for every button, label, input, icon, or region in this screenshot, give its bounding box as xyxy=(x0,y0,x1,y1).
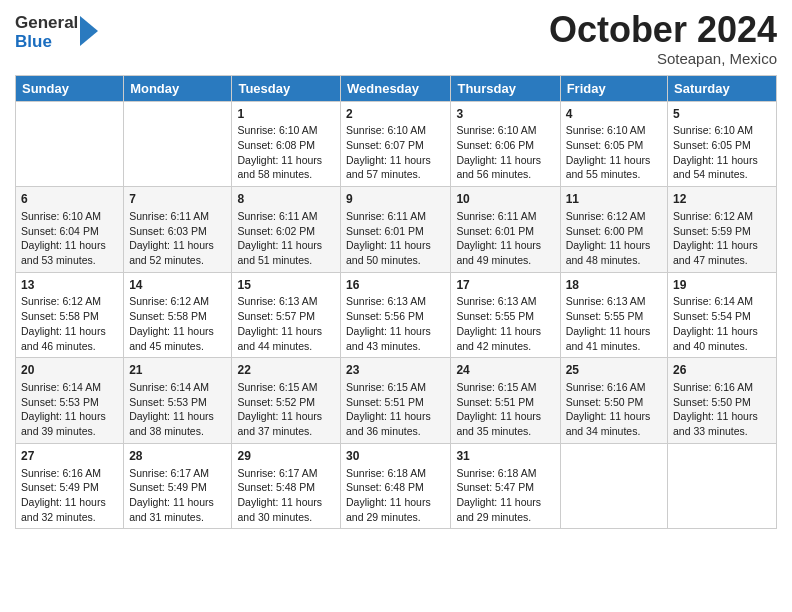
day-number: 1 xyxy=(237,106,335,123)
day-number: 2 xyxy=(346,106,445,123)
calendar-week-3: 13Sunrise: 6:12 AMSunset: 5:58 PMDayligh… xyxy=(16,272,777,358)
sunrise-text: Sunrise: 6:14 AM xyxy=(21,381,101,393)
sunset-text: Sunset: 5:55 PM xyxy=(456,310,534,322)
sunset-text: Sunset: 5:56 PM xyxy=(346,310,424,322)
calendar-cell: 5Sunrise: 6:10 AMSunset: 6:05 PMDaylight… xyxy=(668,101,777,187)
day-number: 30 xyxy=(346,448,445,465)
sunset-text: Sunset: 5:50 PM xyxy=(673,396,751,408)
day-number: 24 xyxy=(456,362,554,379)
sunrise-text: Sunrise: 6:18 AM xyxy=(456,467,536,479)
calendar-cell: 7Sunrise: 6:11 AMSunset: 6:03 PMDaylight… xyxy=(124,187,232,273)
daylight-text: Daylight: 11 hours and 57 minutes. xyxy=(346,154,431,181)
sunrise-text: Sunrise: 6:13 AM xyxy=(566,295,646,307)
calendar-cell: 13Sunrise: 6:12 AMSunset: 5:58 PMDayligh… xyxy=(16,272,124,358)
daylight-text: Daylight: 11 hours and 54 minutes. xyxy=(673,154,758,181)
weekday-header-monday: Monday xyxy=(124,75,232,101)
sunset-text: Sunset: 6:08 PM xyxy=(237,139,315,151)
calendar-cell: 9Sunrise: 6:11 AMSunset: 6:01 PMDaylight… xyxy=(341,187,451,273)
sunset-text: Sunset: 6:01 PM xyxy=(456,225,534,237)
sunset-text: Sunset: 5:54 PM xyxy=(673,310,751,322)
calendar-cell: 29Sunrise: 6:17 AMSunset: 5:48 PMDayligh… xyxy=(232,443,341,529)
calendar-cell: 22Sunrise: 6:15 AMSunset: 5:52 PMDayligh… xyxy=(232,358,341,444)
daylight-text: Daylight: 11 hours and 35 minutes. xyxy=(456,410,541,437)
sunrise-text: Sunrise: 6:11 AM xyxy=(237,210,317,222)
calendar-cell: 11Sunrise: 6:12 AMSunset: 6:00 PMDayligh… xyxy=(560,187,667,273)
calendar-body: 1Sunrise: 6:10 AMSunset: 6:08 PMDaylight… xyxy=(16,101,777,529)
day-number: 25 xyxy=(566,362,662,379)
day-number: 14 xyxy=(129,277,226,294)
day-number: 11 xyxy=(566,191,662,208)
day-number: 3 xyxy=(456,106,554,123)
daylight-text: Daylight: 11 hours and 42 minutes. xyxy=(456,325,541,352)
day-number: 7 xyxy=(129,191,226,208)
sunset-text: Sunset: 6:07 PM xyxy=(346,139,424,151)
sunrise-text: Sunrise: 6:12 AM xyxy=(673,210,753,222)
logo: General Blue xyxy=(15,14,98,51)
sunset-text: Sunset: 5:53 PM xyxy=(21,396,99,408)
sunset-text: Sunset: 6:02 PM xyxy=(237,225,315,237)
sunrise-text: Sunrise: 6:14 AM xyxy=(129,381,209,393)
daylight-text: Daylight: 11 hours and 39 minutes. xyxy=(21,410,106,437)
sunrise-text: Sunrise: 6:12 AM xyxy=(129,295,209,307)
weekday-header-saturday: Saturday xyxy=(668,75,777,101)
month-title: October 2024 xyxy=(549,10,777,50)
calendar-cell: 15Sunrise: 6:13 AMSunset: 5:57 PMDayligh… xyxy=(232,272,341,358)
daylight-text: Daylight: 11 hours and 33 minutes. xyxy=(673,410,758,437)
sunrise-text: Sunrise: 6:15 AM xyxy=(237,381,317,393)
daylight-text: Daylight: 11 hours and 32 minutes. xyxy=(21,496,106,523)
sunset-text: Sunset: 5:52 PM xyxy=(237,396,315,408)
calendar-cell: 17Sunrise: 6:13 AMSunset: 5:55 PMDayligh… xyxy=(451,272,560,358)
day-number: 22 xyxy=(237,362,335,379)
sunrise-text: Sunrise: 6:11 AM xyxy=(346,210,426,222)
calendar-cell xyxy=(16,101,124,187)
sunset-text: Sunset: 5:48 PM xyxy=(237,481,315,493)
daylight-text: Daylight: 11 hours and 41 minutes. xyxy=(566,325,651,352)
daylight-text: Daylight: 11 hours and 29 minutes. xyxy=(456,496,541,523)
calendar-cell: 25Sunrise: 6:16 AMSunset: 5:50 PMDayligh… xyxy=(560,358,667,444)
calendar-cell xyxy=(560,443,667,529)
daylight-text: Daylight: 11 hours and 48 minutes. xyxy=(566,239,651,266)
sunset-text: Sunset: 6:03 PM xyxy=(129,225,207,237)
sunrise-text: Sunrise: 6:10 AM xyxy=(566,124,646,136)
sunrise-text: Sunrise: 6:15 AM xyxy=(456,381,536,393)
sunset-text: Sunset: 5:51 PM xyxy=(346,396,424,408)
sunrise-text: Sunrise: 6:10 AM xyxy=(21,210,101,222)
sunset-text: Sunset: 5:58 PM xyxy=(129,310,207,322)
calendar-cell: 4Sunrise: 6:10 AMSunset: 6:05 PMDaylight… xyxy=(560,101,667,187)
sunset-text: Sunset: 5:59 PM xyxy=(673,225,751,237)
sunrise-text: Sunrise: 6:10 AM xyxy=(346,124,426,136)
sunrise-text: Sunrise: 6:16 AM xyxy=(566,381,646,393)
sunrise-text: Sunrise: 6:10 AM xyxy=(456,124,536,136)
calendar-cell: 6Sunrise: 6:10 AMSunset: 6:04 PMDaylight… xyxy=(16,187,124,273)
calendar-cell: 28Sunrise: 6:17 AMSunset: 5:49 PMDayligh… xyxy=(124,443,232,529)
sunset-text: Sunset: 5:51 PM xyxy=(456,396,534,408)
sunset-text: Sunset: 6:06 PM xyxy=(456,139,534,151)
sunset-text: Sunset: 5:50 PM xyxy=(566,396,644,408)
day-number: 6 xyxy=(21,191,118,208)
calendar-cell: 2Sunrise: 6:10 AMSunset: 6:07 PMDaylight… xyxy=(341,101,451,187)
sunrise-text: Sunrise: 6:10 AM xyxy=(673,124,753,136)
day-number: 20 xyxy=(21,362,118,379)
calendar-cell xyxy=(124,101,232,187)
weekday-header-thursday: Thursday xyxy=(451,75,560,101)
sunrise-text: Sunrise: 6:17 AM xyxy=(129,467,209,479)
calendar-cell: 16Sunrise: 6:13 AMSunset: 5:56 PMDayligh… xyxy=(341,272,451,358)
sunrise-text: Sunrise: 6:11 AM xyxy=(456,210,536,222)
sunset-text: Sunset: 6:04 PM xyxy=(21,225,99,237)
calendar-cell: 23Sunrise: 6:15 AMSunset: 5:51 PMDayligh… xyxy=(341,358,451,444)
sunrise-text: Sunrise: 6:16 AM xyxy=(21,467,101,479)
daylight-text: Daylight: 11 hours and 30 minutes. xyxy=(237,496,322,523)
calendar-cell xyxy=(668,443,777,529)
sunset-text: Sunset: 6:05 PM xyxy=(566,139,644,151)
sunset-text: Sunset: 5:55 PM xyxy=(566,310,644,322)
location: Soteapan, Mexico xyxy=(549,50,777,67)
sunset-text: Sunset: 6:05 PM xyxy=(673,139,751,151)
day-number: 5 xyxy=(673,106,771,123)
sunrise-text: Sunrise: 6:15 AM xyxy=(346,381,426,393)
calendar-table: SundayMondayTuesdayWednesdayThursdayFrid… xyxy=(15,75,777,530)
calendar-week-5: 27Sunrise: 6:16 AMSunset: 5:49 PMDayligh… xyxy=(16,443,777,529)
sunset-text: Sunset: 5:58 PM xyxy=(21,310,99,322)
svg-marker-0 xyxy=(80,16,98,46)
sunrise-text: Sunrise: 6:16 AM xyxy=(673,381,753,393)
logo-triangle-icon xyxy=(80,16,98,46)
